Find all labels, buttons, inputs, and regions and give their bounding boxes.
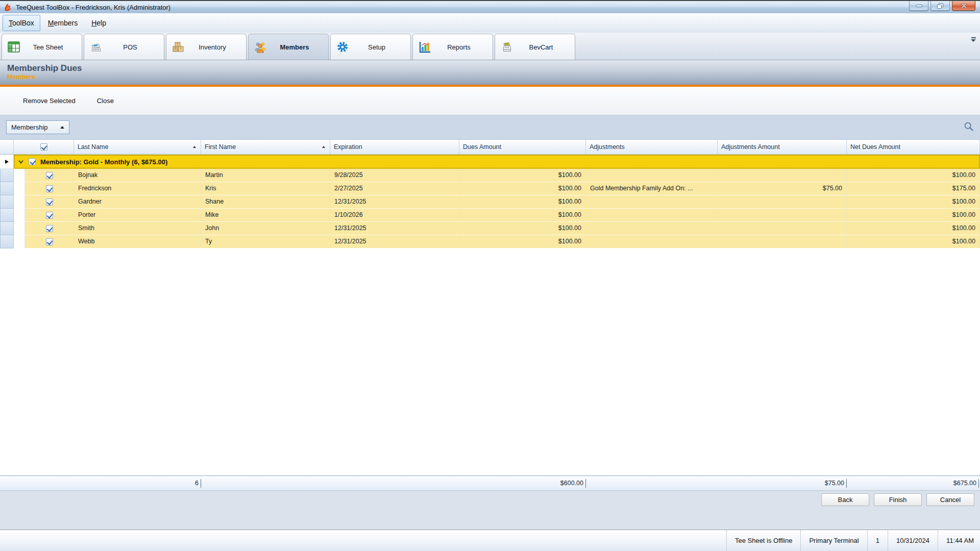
cell-last-name: Gardner: [74, 195, 201, 209]
table-row[interactable]: Fredrickson Kris 2/27/2025 $100.00 Gold …: [0, 182, 980, 195]
row-checkbox[interactable]: [46, 225, 53, 232]
grid-header-row: Last Name First Name Expiration Dues Amo…: [0, 139, 980, 155]
cell-last-name: Bojnak: [74, 169, 201, 182]
back-button[interactable]: Back: [821, 493, 869, 506]
select-all-checkbox[interactable]: [40, 143, 47, 151]
column-header-adjustments-amount[interactable]: Adjustments Amount: [718, 140, 847, 154]
group-label: Membership: Gold - Monthly (6, $675.00): [40, 158, 167, 166]
cell-dues-amount: $100.00: [459, 195, 586, 209]
summary-net-total-cell: $675.00: [847, 476, 979, 490]
menu-help[interactable]: Help: [85, 15, 112, 31]
tab-reports[interactable]: Reports: [412, 34, 493, 60]
row-expand-spacer: [14, 195, 25, 209]
tab-members[interactable]: Members: [248, 34, 329, 60]
cell-expiration: 12/31/2025: [330, 235, 459, 248]
row-checkbox-cell[interactable]: [25, 195, 74, 209]
window-title: TeeQuest ToolBox - Fredrickson, Kris (Ad…: [16, 4, 170, 11]
search-button[interactable]: [964, 121, 974, 134]
row-checkbox-cell[interactable]: [25, 209, 74, 222]
cell-adjustments: [586, 235, 718, 248]
restore-icon: [937, 3, 943, 9]
row-checkbox[interactable]: [46, 212, 53, 219]
row-checkbox[interactable]: [46, 238, 53, 245]
cell-last-name: Porter: [74, 209, 201, 222]
column-header-last-name[interactable]: Last Name: [74, 140, 201, 154]
inventory-icon: [172, 40, 185, 54]
cell-expiration: 1/10/2026: [330, 209, 459, 222]
cell-dues-amount: $100.00: [459, 169, 586, 182]
summary-dues-total-cell: $600.00: [201, 476, 586, 490]
table-row[interactable]: Gardner Shane 12/31/2025 $100.00 $100.00: [0, 195, 980, 209]
row-expand-spacer: [14, 209, 25, 222]
sort-ascending-icon: [193, 146, 196, 148]
grid-empty-area: [0, 248, 980, 475]
cell-net-dues-amount: $100.00: [847, 222, 980, 235]
minimize-button[interactable]: [909, 1, 928, 11]
column-header-dues-amount[interactable]: Dues Amount: [459, 140, 586, 154]
row-checkbox-cell[interactable]: [25, 222, 74, 235]
row-indicator: [0, 182, 14, 195]
menu-toolbox[interactable]: ToolBox: [3, 15, 40, 31]
cell-first-name: Kris: [201, 182, 330, 195]
row-checkbox-cell[interactable]: [25, 169, 74, 182]
table-row[interactable]: Porter Mike 1/10/2026 $100.00 $100.00: [0, 209, 980, 222]
finish-button[interactable]: Finish: [874, 493, 922, 506]
column-header-first-name[interactable]: First Name: [201, 140, 330, 154]
tab-setup[interactable]: Setup: [330, 34, 411, 60]
row-checkbox[interactable]: [46, 198, 53, 206]
close-button[interactable]: [952, 1, 975, 11]
column-header-net-dues-amount[interactable]: Net Dues Amount: [847, 140, 980, 154]
row-checkbox-cell[interactable]: [25, 235, 74, 248]
group-checkbox[interactable]: [29, 158, 36, 165]
tab-pos[interactable]: POS: [84, 34, 164, 60]
row-indicator: [0, 222, 14, 235]
cell-first-name: Ty: [201, 235, 330, 248]
bevcart-icon: [500, 40, 513, 54]
group-header-row[interactable]: Membership: Gold - Monthly (6, $675.00): [0, 155, 980, 169]
column-header-adjustments[interactable]: Adjustments: [586, 140, 718, 154]
cell-expiration: 9/28/2025: [330, 169, 459, 182]
status-date: 10/31/2024: [888, 530, 938, 551]
cell-adjustments-amount: [718, 209, 847, 222]
cancel-button[interactable]: Cancel: [926, 493, 974, 506]
menu-members[interactable]: Members: [42, 15, 84, 31]
select-all-checkbox-cell[interactable]: [14, 140, 74, 154]
header-indicator-spacer: [0, 140, 14, 154]
cell-adjustments: [586, 169, 718, 182]
row-indicator: [0, 195, 14, 209]
cell-adjustments-amount: $75.00: [718, 182, 847, 195]
row-expand-spacer: [14, 182, 25, 195]
row-checkbox-cell[interactable]: [25, 182, 74, 195]
cell-net-dues-amount: $100.00: [847, 209, 980, 222]
sort-ascending-icon: [60, 126, 64, 129]
cell-expiration: 12/31/2025: [330, 195, 459, 209]
page-subtitle: Members: [7, 73, 980, 81]
collapse-chevron-icon[interactable]: [18, 159, 24, 164]
members-icon: [254, 40, 267, 54]
column-header-expiration[interactable]: Expiration: [330, 140, 459, 154]
teequest-logo-icon: [4, 3, 12, 12]
toolbar-overflow-button[interactable]: [971, 37, 976, 42]
close-page-button[interactable]: Close: [93, 94, 118, 107]
row-checkbox[interactable]: [46, 172, 53, 179]
cell-net-dues-amount: $175.00: [847, 182, 980, 195]
status-terminal: Primary Terminal: [800, 530, 867, 551]
tab-inventory[interactable]: Inventory: [166, 34, 247, 60]
restore-button[interactable]: [930, 1, 950, 11]
remove-selected-button[interactable]: Remove Selected: [19, 94, 80, 107]
status-bar: Tee Sheet is Offline Primary Terminal 1 …: [0, 530, 980, 551]
table-row[interactable]: Webb Ty 12/31/2025 $100.00 $100.00: [0, 235, 980, 248]
cell-adjustments-amount: [718, 235, 847, 248]
cell-first-name: Mike: [201, 209, 330, 222]
cell-adjustments-amount: [718, 195, 847, 209]
group-by-membership-button[interactable]: Membership: [6, 120, 69, 134]
row-checkbox[interactable]: [46, 185, 53, 192]
tab-bevcart[interactable]: BevCart: [495, 34, 575, 60]
tab-tee-sheet[interactable]: Tee Sheet: [2, 34, 82, 60]
row-indicator: [0, 235, 14, 248]
setup-icon: [336, 40, 349, 54]
table-row[interactable]: Smith John 12/31/2025 $100.00 $100.00: [0, 222, 980, 235]
table-row[interactable]: Bojnak Martin 9/28/2025 $100.00 $100.00: [0, 169, 980, 182]
cell-expiration: 12/31/2025: [330, 222, 459, 235]
cell-net-dues-amount: $100.00: [847, 195, 980, 209]
